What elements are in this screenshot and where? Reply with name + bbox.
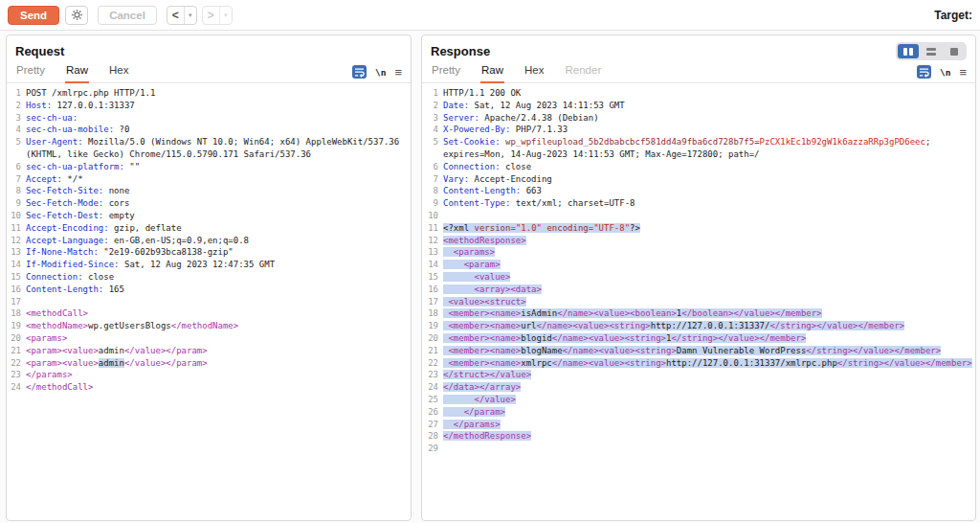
selected-text: <member><name>isAdmin</name><value><bool… [443, 308, 822, 318]
line-number: 13 [422, 246, 443, 259]
soft-wrap-icon[interactable] [917, 65, 931, 79]
rows-layout-icon[interactable] [921, 44, 942, 58]
code-line[interactable]: 5Set-Cookie: wp_wpfileupload_5b2dbabcbcf… [422, 136, 975, 161]
soft-wrap-icon[interactable] [352, 65, 367, 79]
code-token: If-None-Match: [26, 247, 99, 257]
code-token: 127.0.0.1:31337 [52, 101, 135, 110]
line-content: HTTP/1.1 200 OK [443, 87, 975, 100]
code-line[interactable]: 7Accept: */* [7, 173, 411, 186]
code-line[interactable]: 1POST /xmlrpc.php HTTP/1.1 [7, 87, 411, 100]
code-line[interactable]: 18 <member><name>isAdmin</name><value><b… [422, 307, 975, 320]
code-line[interactable]: 1HTTP/1.1 200 OK [422, 87, 975, 100]
code-line[interactable]: 22 <member><name>xmlrpc</name><value><st… [422, 357, 975, 370]
code-line[interactable]: 2Host: 127.0.0.1:31337 [7, 100, 411, 112]
request-editor[interactable]: 1POST /xmlrpc.php HTTP/1.12Host: 127.0.0… [7, 83, 411, 394]
code-line[interactable]: 19 <member><name>url</name><value><strin… [422, 320, 975, 332]
code-line[interactable]: 13If-None-Match: "2e19-602b93bca8138-gzi… [7, 246, 411, 259]
code-line[interactable]: 2Date: Sat, 12 Aug 2023 14:11:53 GMT [422, 100, 975, 112]
code-line[interactable]: 6sec-ch-ua-platform: "" [7, 161, 411, 173]
line-number: 2 [422, 100, 443, 112]
code-line[interactable]: 22<param><value>admin</value></param> [7, 357, 411, 370]
repeater-toolbar: Send Cancel < ▾ > ▾ Target: [0, 0, 980, 31]
code-line[interactable]: 11Accept-Encoding: gzip, deflate [7, 222, 411, 235]
code-line[interactable]: 10 [422, 210, 975, 222]
code-token: wp_wpfileupload_5b2dbabcbcf581dd4a9fba6c… [505, 137, 754, 147]
code-token: If-Modified-Since: [26, 260, 120, 269]
tab-raw[interactable]: Raw [65, 60, 89, 83]
editor-menu-icon[interactable]: ≡ [959, 66, 967, 79]
code-line[interactable]: 9Content-Type: text/xml; charset=UTF-8 [422, 197, 975, 210]
code-line[interactable]: 25 </value> [422, 394, 975, 406]
columns-layout-icon[interactable] [898, 44, 919, 58]
code-line[interactable]: 28</methodResponse> [422, 430, 975, 443]
code-line[interactable]: 14If-Modified-Since: Sat, 12 Aug 2023 12… [7, 259, 411, 271]
tab-pretty[interactable]: Pretty [431, 60, 461, 83]
line-content: X-Powered-By: PHP/7.1.33 [443, 124, 975, 136]
code-line[interactable]: 3sec-ch-ua: [7, 112, 411, 125]
gear-icon[interactable] [65, 6, 88, 25]
code-line[interactable]: 3Server: Apache/2.4.38 (Debian) [422, 112, 975, 125]
cancel-button[interactable]: Cancel [98, 6, 157, 25]
code-line[interactable]: 4sec-ch-ua-mobile: ?0 [7, 124, 411, 136]
code-line[interactable]: 8Sec-Fetch-Site: none [7, 185, 411, 197]
newline-toggle-icon[interactable]: \n [375, 67, 386, 78]
code-token: </boolean></value></member> [681, 308, 821, 318]
code-line[interactable]: 23</struct></value> [422, 369, 975, 381]
line-content: <member><name>xmlrpc</name><value><strin… [443, 357, 975, 370]
tab-raw[interactable]: Raw [480, 60, 504, 83]
code-line[interactable]: 8Content-Length: 663 [422, 185, 975, 197]
code-line[interactable]: 11<?xml version="1.0" encoding="UTF-8"?> [422, 222, 975, 235]
code-line[interactable]: 18<methodCall> [7, 307, 411, 320]
code-line[interactable]: 16Content-Length: 165 [7, 284, 411, 296]
selected-text: <member><name>url</name><value><string>h… [443, 321, 904, 330]
back-dropdown-icon[interactable]: ▾ [184, 7, 196, 24]
code-token: Accept-Encoding [469, 174, 552, 184]
selected-text: </param> [443, 407, 505, 417]
line-content: </params> [26, 369, 411, 381]
response-panel: Response PrettyRawHexRender \n ≡ 1HTTP/1… [421, 34, 976, 521]
single-layout-icon[interactable] [944, 44, 965, 58]
code-line[interactable]: 27 </params> [422, 419, 975, 431]
code-line[interactable]: 12Accept-Language: en-GB,en-US;q=0.9,en;… [7, 235, 411, 247]
code-line[interactable]: 17 [7, 296, 411, 308]
code-line[interactable]: 7Vary: Accept-Encoding [422, 173, 975, 186]
tab-hex[interactable]: Hex [523, 60, 545, 83]
back-icon[interactable]: < [167, 7, 184, 24]
history-back-split-button[interactable]: < ▾ [167, 6, 197, 25]
code-line[interactable]: 26 </param> [422, 406, 975, 419]
code-token: </name><value><string> [552, 333, 666, 343]
newline-toggle-icon[interactable]: \n [940, 67, 950, 78]
code-line[interactable]: 4X-Powered-By: PHP/7.1.33 [422, 124, 975, 136]
code-line[interactable]: 12<methodResponse> [422, 235, 975, 247]
code-line[interactable]: 14 <param> [422, 259, 975, 271]
code-token: POST /xmlrpc.php HTTP/1.1 [26, 88, 155, 98]
code-line[interactable]: 24</methodCall> [7, 381, 411, 394]
code-line[interactable]: 19<methodName>wp.getUsersBlogs</methodNa… [7, 320, 411, 332]
code-token: Server: [443, 113, 479, 123]
code-line[interactable]: 23</params> [7, 369, 411, 381]
tab-hex[interactable]: Hex [108, 60, 129, 83]
line-number: 24 [7, 381, 26, 394]
code-token: admin [99, 358, 124, 368]
response-editor[interactable]: 1HTTP/1.1 200 OK2Date: Sat, 12 Aug 2023 … [422, 83, 975, 455]
code-line[interactable]: 5User-Agent: Mozilla/5.0 (Windows NT 10.… [7, 136, 411, 161]
tab-pretty[interactable]: Pretty [15, 60, 46, 83]
code-line[interactable]: 9Sec-Fetch-Mode: cors [7, 197, 411, 210]
editor-menu-icon[interactable]: ≡ [394, 66, 402, 79]
code-line[interactable]: 21 <member><name>blogName</name><value><… [422, 345, 975, 357]
selected-text: <?xml version="1.0" encoding="UTF-8"?> [443, 223, 640, 233]
code-line[interactable]: 21<param><value>admin</value></param> [7, 345, 411, 357]
code-line[interactable]: 10Sec-Fetch-Dest: empty [7, 210, 411, 222]
code-line[interactable]: 17 <value><struct> [422, 296, 975, 308]
code-line[interactable]: 6Connection: close [422, 161, 975, 173]
selected-text: <array><data> [443, 284, 542, 294]
code-line[interactable]: 20 <member><name>blogid</name><value><st… [422, 332, 975, 345]
code-line[interactable]: 20<params> [7, 332, 411, 345]
code-line[interactable]: 24</data></array> [422, 381, 975, 394]
code-line[interactable]: 16 <array><data> [422, 284, 975, 296]
code-line[interactable]: 15 <value> [422, 271, 975, 284]
code-line[interactable]: 29 [422, 443, 975, 455]
code-line[interactable]: 15Connection: close [7, 271, 411, 284]
send-button[interactable]: Send [8, 6, 59, 25]
code-line[interactable]: 13 <params> [422, 246, 975, 259]
